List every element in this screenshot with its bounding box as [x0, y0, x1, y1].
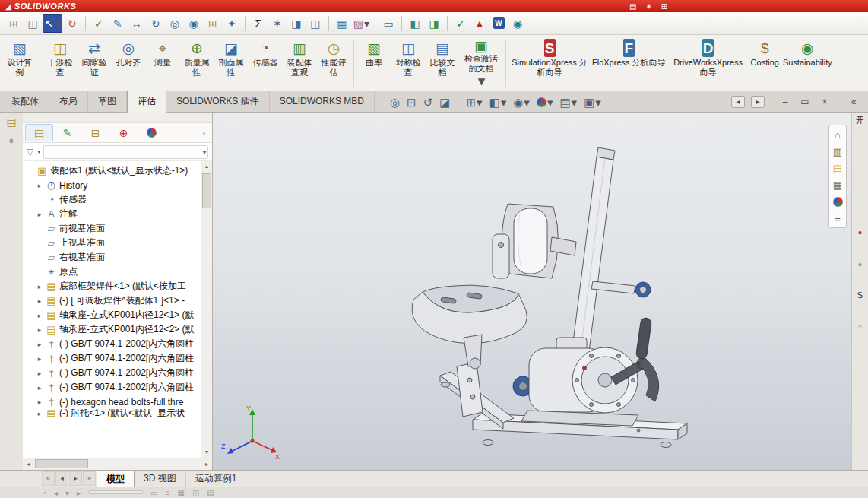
spell-check-button[interactable]: ✓	[90, 14, 108, 33]
expander-icon[interactable]: ▸	[36, 312, 43, 319]
mirror-components-button[interactable]: ◫	[306, 14, 325, 33]
hide-items-button[interactable]: ◉▾	[512, 96, 531, 109]
file-explorer-button[interactable]: ▤	[830, 161, 845, 175]
rotate-component-button[interactable]: ↻	[147, 14, 165, 33]
zoom-fit-button[interactable]: ◎	[389, 96, 401, 109]
ribbon-hole-alignment-button[interactable]: ◎孔对齐	[112, 37, 145, 90]
viewport-canvas[interactable]: Y Z X	[213, 113, 851, 470]
display-style-button[interactable]: ◧▾	[489, 96, 508, 109]
linear-pattern-button[interactable]: ▦	[333, 14, 351, 33]
view-orientation-button[interactable]: ⊞▾	[465, 96, 483, 109]
circle-outline-button[interactable]: ○	[857, 321, 862, 331]
ribbon-sustainability-button[interactable]: ◉Sustainability	[781, 37, 834, 90]
tree-item[interactable]: ▸▤轴承座-立式KP001内径12<2> (默	[27, 322, 199, 337]
ribbon-check-active-document-button[interactable]: ▣检查激活的文档▾	[460, 37, 502, 90]
tree-item[interactable]: ▸▤轴承座-立式KP001内径12<1> (默	[27, 308, 199, 322]
ribbon-measure-button[interactable]: ⌖测量	[146, 37, 179, 90]
interference-volume-button[interactable]: ◨	[287, 14, 306, 33]
ribbon-curvature-button[interactable]: ▧曲率	[357, 37, 391, 90]
expander-icon[interactable]: ▸	[36, 326, 43, 334]
tree-item[interactable]: ▸A注解	[27, 207, 199, 221]
rebuild-button[interactable]: ↻	[63, 14, 81, 33]
tab-装配体[interactable]: 装配体	[2, 91, 49, 113]
ribbon-assembly-visualization-button[interactable]: ▥装配体直观	[283, 37, 316, 90]
expander-icon[interactable]: ▸	[36, 370, 43, 377]
ribbon-simulationxpress-button[interactable]: SSimulationXpress 分析向导	[509, 37, 590, 90]
ribbon-floxpress-button[interactable]: FFloXpress 分析向导	[591, 37, 667, 90]
mate-button[interactable]: ◎	[166, 14, 184, 33]
ribbon-section-properties-button[interactable]: ◪剖面属性	[214, 37, 248, 90]
minimize-button[interactable]: –	[778, 96, 792, 108]
expander-icon[interactable]: ▸	[36, 297, 43, 305]
filter-funnel-button[interactable]: ▽	[27, 147, 33, 157]
taskpane-collapse-button[interactable]: «	[847, 96, 860, 108]
expander-icon[interactable]: ▸	[36, 182, 43, 189]
previous-view-button[interactable]: ↺	[423, 96, 434, 109]
tree-item[interactable]: ▸◷History	[27, 178, 199, 192]
tree-scroll-up-button[interactable]: ▴	[201, 161, 212, 172]
tree-scroll-left-button[interactable]: ◂	[23, 459, 33, 470]
tree-item[interactable]: ▸†(-) hexagon head bolts-full thre	[27, 395, 199, 409]
tab-布局[interactable]: 布局	[49, 91, 88, 113]
tree-item[interactable]: ▸▤(-) 肘托<1> (默认<默认_显示状	[27, 409, 199, 417]
tree-filter-combo[interactable]: ▾	[43, 145, 208, 159]
web-help-button[interactable]: ◉	[508, 14, 527, 33]
tree-vertical-scrollbar[interactable]: ▴ ▾	[201, 161, 212, 458]
gear-button[interactable]: ✶	[645, 1, 651, 11]
panel-tab-displaymanager[interactable]	[138, 124, 166, 141]
window-columns-button[interactable]: ◫	[24, 14, 42, 33]
ribbon-costing-button[interactable]: $Costing	[749, 37, 781, 90]
display-settings-button[interactable]: ◨	[425, 14, 443, 33]
expander-icon[interactable]: ▸	[36, 410, 43, 417]
tree-item[interactable]: ▸†(-) GB/T 9074.1-2002[内六角圆柱	[27, 380, 199, 395]
expander-icon[interactable]: ▸	[36, 398, 43, 406]
feature-flyout-button[interactable]: ▤	[6, 116, 16, 128]
panel-tab-dimxpertmanager[interactable]: ⊕	[109, 124, 138, 141]
appearances-button[interactable]	[830, 195, 845, 208]
panel-tabs-expand-button[interactable]: ›	[198, 128, 210, 138]
tabs-first-button[interactable]: «	[42, 471, 55, 486]
hide-show-button[interactable]: ◉	[185, 14, 203, 33]
ribbon-driveworksxpress-button[interactable]: DDriveWorksXpress 向导	[668, 37, 749, 90]
tab-SOLIDWORKS MBD[interactable]: SOLIDWORKS MBD	[270, 91, 375, 113]
appearance-button[interactable]: ▨▾	[352, 14, 371, 33]
ribbon-performance-evaluation-button[interactable]: ◷性能评估	[317, 37, 350, 90]
ribbon-compare-documents-button[interactable]: ▤比较文档	[426, 37, 459, 90]
tree-item[interactable]: ⌖原点	[27, 265, 199, 279]
tree-item[interactable]: ▸▤底部框架焊件<1> (默认<按加工	[27, 279, 199, 293]
grid-button[interactable]: ⊞	[661, 1, 667, 11]
tree-item[interactable]: ▸▤(-) [ 可调板焊件^装配体1 ]<1> -	[27, 293, 199, 308]
new-window-button[interactable]: ▭	[379, 14, 398, 33]
graphics-viewport[interactable]: Y Z X ⌂▥▤▦≡	[213, 113, 851, 470]
doc-tab-模型[interactable]: 模型	[97, 471, 135, 487]
tree-scroll-right-button[interactable]: ▸	[201, 459, 212, 470]
equations-button[interactable]: Σ	[249, 14, 268, 33]
panel-tab-configurationmanager[interactable]: ⊟	[81, 124, 109, 141]
view-settings-button[interactable]: ▣▾	[583, 96, 602, 109]
ribbon-sensor-button[interactable]: ◔传感器	[249, 37, 282, 90]
section-view-button[interactable]: ◪	[439, 96, 451, 109]
tab-评估[interactable]: 评估	[127, 91, 166, 113]
tree-item[interactable]: ◔传感器	[27, 192, 199, 207]
tab-SOLIDWORKS 插件[interactable]: SOLIDWORKS 插件	[166, 91, 270, 113]
word-export-button[interactable]: W	[489, 14, 508, 33]
window-grid-button[interactable]: ⊞	[5, 14, 23, 33]
exploded-view-button[interactable]: ✶	[268, 14, 287, 33]
tree-item[interactable]: ▱前视基准面	[27, 221, 199, 236]
expander-icon[interactable]: ▸	[36, 283, 43, 290]
tabs-prev-button[interactable]: ◂	[55, 471, 68, 486]
tree-hscroll-thumb[interactable]	[35, 459, 88, 468]
tree-scroll-thumb[interactable]	[202, 173, 211, 208]
ribbon-symmetry-check-button[interactable]: ◫对称检查	[391, 37, 425, 90]
doc-tab-运动算例1[interactable]: 运动算例1	[186, 471, 247, 487]
panel-tab-propertymanager[interactable]: ✎	[53, 124, 81, 141]
doc-tab-3D 视图[interactable]: 3D 视图	[135, 471, 186, 487]
design-library-button[interactable]: ▥	[830, 144, 845, 158]
next-doc-button[interactable]: ▸	[751, 96, 765, 108]
edit-component-button[interactable]: ✎	[109, 14, 127, 33]
red-dot-button[interactable]: ●	[857, 227, 862, 237]
approve-check-button[interactable]: ✓	[451, 14, 470, 33]
expander-icon[interactable]: ▸	[36, 211, 43, 218]
view-carousel-button[interactable]: ◧	[406, 14, 424, 33]
tabs-last-button[interactable]: »	[83, 471, 96, 486]
